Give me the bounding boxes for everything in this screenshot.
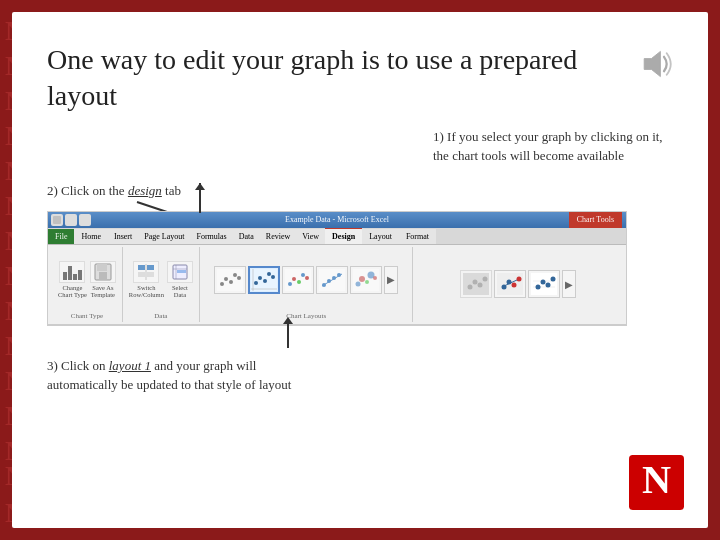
- tab-view[interactable]: View: [296, 229, 325, 244]
- layout-option-1[interactable]: [214, 266, 246, 294]
- save-as-template-button[interactable]: Save AsTemplate: [90, 261, 116, 298]
- svg-point-62: [535, 285, 540, 290]
- select-data-button[interactable]: SelectData: [167, 261, 193, 298]
- svg-point-18: [224, 277, 228, 281]
- svg-point-58: [516, 277, 521, 282]
- style-option-3[interactable]: [528, 270, 560, 298]
- svg-point-21: [237, 276, 241, 280]
- svg-rect-30: [285, 269, 311, 291]
- chart-tools-badge: Chart Tools: [569, 212, 622, 228]
- tab-file[interactable]: File: [48, 229, 74, 244]
- style-scroll-right[interactable]: ▶: [562, 270, 576, 298]
- svg-rect-16: [217, 269, 243, 291]
- svg-rect-5: [97, 264, 107, 271]
- svg-point-49: [467, 285, 472, 290]
- title-area: One way to edit your graph is to use a p…: [47, 42, 673, 115]
- layout-option-2-selected[interactable]: [248, 266, 280, 294]
- svg-point-27: [271, 275, 275, 279]
- slide-container: NNNNNNNNNNNNNNNNNN NNNNNNNNNNNNNNNNNN NN…: [0, 0, 720, 540]
- step3-layout-link: layout 1: [109, 358, 151, 373]
- tab-page-layout[interactable]: Page Layout: [138, 229, 190, 244]
- layout-arrow-line: [287, 324, 289, 348]
- data-label: Data: [154, 312, 167, 320]
- svg-rect-42: [353, 269, 379, 291]
- svg-marker-0: [644, 51, 660, 76]
- tab-design[interactable]: Design: [325, 227, 362, 244]
- svg-point-63: [540, 280, 545, 285]
- svg-rect-3: [53, 216, 61, 224]
- svg-point-35: [305, 276, 309, 280]
- switch-row-column-button[interactable]: SwitchRow/Column: [129, 261, 164, 298]
- svg-point-32: [292, 277, 296, 281]
- nebraska-logo: N: [629, 455, 684, 510]
- chart-type-label: Chant Type: [71, 312, 103, 320]
- tab-format[interactable]: Format: [399, 229, 436, 244]
- svg-point-50: [472, 280, 477, 285]
- svg-point-25: [263, 279, 267, 283]
- svg-rect-7: [138, 265, 145, 270]
- excel-title: Example Data - Microsoft Excel: [285, 215, 389, 224]
- style-option-2[interactable]: [494, 270, 526, 298]
- layout-option-3[interactable]: [282, 266, 314, 294]
- svg-point-24: [258, 276, 262, 280]
- svg-rect-6: [99, 272, 107, 279]
- step3-label: 3) Click on layout 1 and your graph will…: [47, 356, 327, 395]
- step1-label: 1) If you select your graph by clicking …: [433, 127, 673, 166]
- svg-point-40: [332, 276, 336, 280]
- svg-rect-15: [177, 270, 186, 273]
- svg-point-39: [327, 279, 331, 283]
- svg-point-20: [233, 273, 237, 277]
- chart-styles-group: ▶: [413, 247, 622, 322]
- chart-layouts-group: ▶ Chart Layouts: [200, 247, 414, 322]
- content-area: 1) If you select your graph by clicking …: [47, 127, 673, 508]
- svg-point-33: [297, 280, 301, 284]
- change-chart-type-button[interactable]: ChangeChart Type: [58, 261, 87, 298]
- layout-option-5[interactable]: [350, 266, 382, 294]
- slide-title: One way to edit your graph is to use a p…: [47, 42, 627, 115]
- svg-point-23: [254, 281, 258, 285]
- svg-point-41: [337, 273, 341, 277]
- svg-point-52: [482, 277, 487, 282]
- svg-point-57: [511, 283, 516, 288]
- svg-point-26: [267, 272, 271, 276]
- svg-point-65: [550, 277, 555, 282]
- svg-rect-8: [147, 265, 154, 270]
- svg-point-45: [365, 280, 369, 284]
- step2-arrow-line: [199, 183, 201, 213]
- layout-option-4[interactable]: [316, 266, 348, 294]
- style-option-1[interactable]: [460, 270, 492, 298]
- step2-design-link: design: [128, 183, 162, 198]
- svg-point-47: [373, 276, 377, 280]
- tab-review[interactable]: Review: [260, 229, 296, 244]
- chart-type-group: ChangeChart Type Save AsTemplate: [52, 247, 123, 322]
- speaker-icon[interactable]: [637, 46, 673, 82]
- svg-rect-9: [138, 272, 145, 277]
- tab-data[interactable]: Data: [233, 229, 260, 244]
- svg-point-51: [477, 283, 482, 288]
- svg-rect-10: [147, 272, 154, 277]
- svg-point-17: [220, 282, 224, 286]
- svg-point-64: [545, 283, 550, 288]
- excel-screenshot: Example Data - Microsoft Excel Chart Too…: [47, 211, 673, 326]
- tab-formulas[interactable]: Formulas: [190, 229, 232, 244]
- svg-point-19: [229, 280, 233, 284]
- svg-point-38: [322, 283, 326, 287]
- svg-point-44: [359, 276, 365, 282]
- svg-point-34: [301, 273, 305, 277]
- svg-text:N: N: [642, 457, 671, 502]
- layout-scroll-right[interactable]: ▶: [384, 266, 398, 294]
- tab-layout[interactable]: Layout: [362, 229, 399, 244]
- tab-home[interactable]: Home: [74, 229, 108, 244]
- slide: One way to edit your graph is to use a p…: [12, 12, 708, 528]
- svg-point-43: [356, 281, 361, 286]
- svg-point-31: [288, 282, 292, 286]
- tab-insert[interactable]: Insert: [108, 229, 138, 244]
- data-group: SwitchRow/Column SelectData: [123, 247, 200, 322]
- excel-toolbar-image: Example Data - Microsoft Excel Chart Too…: [47, 211, 627, 326]
